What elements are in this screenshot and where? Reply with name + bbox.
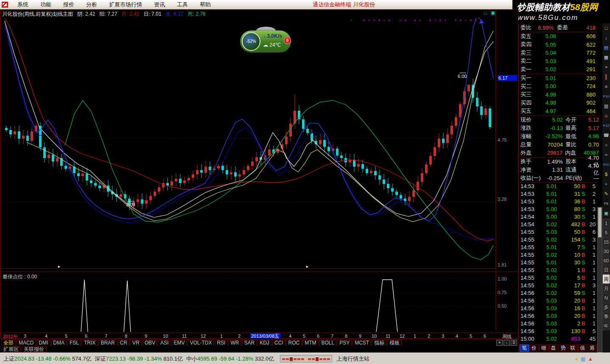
quote-tab-笔[interactable]: 笔 <box>520 345 529 352</box>
menu-item-分析[interactable]: 分析 <box>80 1 103 8</box>
tab-ASI[interactable]: ASI <box>158 340 171 346</box>
tab-BOLL[interactable]: BOLL <box>319 340 337 346</box>
tab-RSI[interactable]: RSI <box>215 340 227 346</box>
indicator-chart[interactable] <box>1 273 495 333</box>
desktop-widget[interactable]: -52% ↓ 3.0K/s ☁ 24℃ 8 <box>240 31 291 53</box>
tab-VOL-TDX[interactable]: VOL-TDX <box>187 340 214 346</box>
ask-row-2[interactable]: 卖二5.03491 <box>519 57 597 66</box>
shield-icon[interactable]: ● <box>575 356 578 362</box>
notification-badge[interactable]: 8 <box>284 37 291 44</box>
tab-KDJ[interactable]: KDJ <box>257 340 271 346</box>
f10-icon[interactable]: F10 <box>603 92 610 101</box>
trend-icon[interactable]: ≈ <box>603 62 610 72</box>
chart-window-icons[interactable]: □ ▣ <box>484 10 496 16</box>
menu-item-报价[interactable]: 报价 <box>57 1 80 8</box>
tab-BRAR[interactable]: BRAR <box>98 340 117 346</box>
tab-MACD[interactable]: MACD <box>17 340 36 346</box>
menu-item-资讯[interactable]: 资讯 <box>148 1 171 8</box>
pencil-icon[interactable]: ✎ <box>603 189 610 199</box>
period-button-日[interactable]: 日 <box>603 265 610 274</box>
tab-MTM[interactable]: MTM <box>302 340 318 346</box>
tab-PSY[interactable]: PSY <box>337 340 352 346</box>
tab-EMV[interactable]: EMV <box>171 340 187 346</box>
ask-row-1[interactable]: 卖一5.02291 <box>519 65 597 74</box>
f12-icon[interactable]: F12 <box>603 121 610 131</box>
bid-row-2[interactable]: 买二5.00724 <box>519 82 597 91</box>
list-icon[interactable]: ≡ <box>603 82 610 92</box>
zoom-in-button[interactable]: + <box>496 340 503 346</box>
app-logo-icon[interactable] <box>2 2 8 8</box>
period-button-多[interactable]: 多 <box>603 303 610 311</box>
period-button-1[interactable]: 1 <box>603 219 610 228</box>
tab-DMA[interactable]: DMA <box>51 340 67 346</box>
tab-CCI[interactable]: CCI <box>272 340 285 346</box>
bid-row-4[interactable]: 买四4.98902 <box>519 99 597 107</box>
report-icon[interactable]: ▤ <box>603 43 610 53</box>
ask-row-3[interactable]: 卖三5.04772 <box>519 49 597 57</box>
tab-MCST[interactable]: MCST <box>353 340 371 346</box>
tab-模板[interactable]: 模板 <box>387 340 402 346</box>
quote-tab-联[interactable]: 联 <box>568 345 577 352</box>
period-button-N[interactable]: N <box>603 293 610 302</box>
period-button-5[interactable]: 5 <box>603 228 610 237</box>
money-icon[interactable]: $ <box>603 169 610 179</box>
period-button-月[interactable]: 月 <box>603 284 610 293</box>
clock-icon[interactable]: ○ <box>603 140 610 150</box>
tab-all[interactable]: 全部 <box>1 340 16 346</box>
tab-CR[interactable]: CR <box>118 340 129 346</box>
arrows-icon[interactable]: ▲ <box>588 356 593 362</box>
ask-row-5[interactable]: 卖五5.06606 <box>519 32 597 41</box>
tab-TRIX[interactable]: TRIX <box>82 340 98 346</box>
menu-item-扩展市场行情[interactable]: 扩展市场行情 <box>103 1 148 8</box>
menu-item-帮助[interactable]: 帮助 <box>194 1 217 8</box>
user-icon[interactable]: ☺ <box>603 111 610 121</box>
window-icon[interactable]: □ <box>603 23 610 33</box>
pan-marker-right[interactable]: ► <box>305 265 309 269</box>
quote-tab-势[interactable]: 势 <box>559 345 568 352</box>
scrollbar-thumb[interactable] <box>598 208 602 237</box>
table-icon[interactable]: ▦ <box>603 53 610 62</box>
tab-SAR[interactable]: SAR <box>242 340 257 346</box>
menu-item-功能[interactable]: 功能 <box>34 1 57 8</box>
tab-指标[interactable]: 指标 <box>372 340 386 346</box>
phone-icon[interactable]: ☎ <box>603 131 610 140</box>
tab-关联报价[interactable]: 关联报价 <box>22 346 46 353</box>
quote-tab-盘[interactable]: 盘 <box>549 345 558 352</box>
net-icon[interactable]: ▦ <box>581 356 585 362</box>
tick-scrollbar[interactable] <box>597 207 602 353</box>
zoom-reset-button[interactable]: 0 <box>511 340 517 346</box>
pan-marker-left[interactable]: ► <box>57 265 61 269</box>
quote-tab-细[interactable]: 细 <box>539 345 548 352</box>
menu-item-工具[interactable]: 工具 <box>171 1 194 8</box>
period-button-年[interactable]: 年 <box>603 321 610 330</box>
tab-FSL[interactable]: FSL <box>67 340 81 346</box>
tab-OBV[interactable]: OBV <box>143 340 157 346</box>
kline-icon[interactable]: ║ <box>603 72 610 82</box>
period-button-周[interactable]: 周 <box>603 275 610 283</box>
tab-ROC[interactable]: ROC <box>286 340 302 346</box>
zoom-out-button[interactable]: - <box>504 340 510 346</box>
wave-icon[interactable]: ≈ <box>603 150 610 160</box>
menu-item-系统[interactable]: 系统 <box>11 1 34 8</box>
move-icon[interactable]: + <box>603 179 610 189</box>
tab-DMI[interactable]: DMI <box>36 340 50 346</box>
bid-row-5[interactable]: 买五4.97464 <box>519 107 597 116</box>
tab-VR[interactable]: VR <box>130 340 142 346</box>
quote-tab-筹[interactable]: 筹 <box>588 345 597 352</box>
image-icon[interactable]: ▣ <box>603 208 610 218</box>
bid-row-3[interactable]: 买三4.99880 <box>519 91 597 99</box>
download-icon[interactable]: ↓ <box>603 33 610 43</box>
candlestick-chart[interactable]: ×××××××××××××××××××××6.003.09 <box>1 17 495 268</box>
tab-WR[interactable]: WR <box>228 340 241 346</box>
period-button-季[interactable]: 季 <box>603 312 610 321</box>
quote-tab-值[interactable]: 值 <box>578 345 587 352</box>
period-button-15[interactable]: 15 <box>603 237 610 246</box>
period-button-60[interactable]: 60 <box>603 256 610 265</box>
period-button-30[interactable]: 30 <box>603 247 610 256</box>
quote-tab-价[interactable]: 价 <box>529 345 539 352</box>
tab-扩展区[interactable]: 扩展区 <box>1 346 21 353</box>
ask-row-4[interactable]: 卖四5.05622 <box>519 41 597 49</box>
f5-icon[interactable]: F5 <box>603 199 610 208</box>
grid-icon[interactable]: ▥ <box>603 101 610 111</box>
bid-row-1[interactable]: 买一5.01230 <box>519 74 597 83</box>
